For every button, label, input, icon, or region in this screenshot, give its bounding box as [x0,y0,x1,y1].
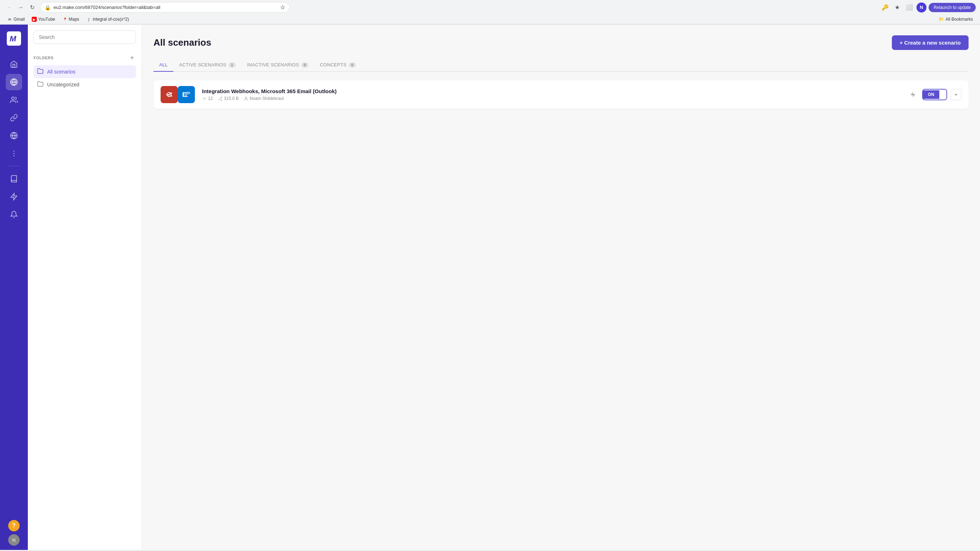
sidebar-item-more[interactable] [6,145,22,162]
maps-label: Maps [69,17,79,22]
sidebar-divider [9,166,19,166]
main-content: All scenarios + Create a new scenario AL… [142,25,980,550]
sidebar-item-notifications[interactable] [6,206,22,223]
folder-icon: 📁 [939,17,944,22]
sidebar-bottom: ? N [8,520,20,550]
webhook-icon [161,86,178,103]
bookmark-youtube[interactable]: ▶ YouTube [29,16,58,23]
sidebar-item-connections[interactable] [6,110,22,126]
reload-button[interactable]: ↻ [27,3,37,13]
folder-all-scenarios-label: All scenarios [47,69,75,75]
address-bar[interactable]: 🔒 ☆ [40,2,290,13]
search-input[interactable] [33,30,136,44]
youtube-favicon: ▶ [32,17,37,22]
back-button[interactable]: ← [4,3,14,13]
lock-icon: 🔒 [45,5,51,10]
bookmark-star-icon[interactable]: ☆ [280,4,285,11]
scenario-meta: 12 315.0 B Noam Shildekraut [202,96,900,101]
svg-point-12 [166,94,168,95]
tabs-bar: ALL ACTIVE SCENARIOS 1 INACTIVE SCENARIO… [153,59,969,72]
scenario-name: Integration Webhooks, Microsoft 365 Emai… [202,88,900,94]
help-button[interactable]: ? [8,520,20,531]
tab-search-button[interactable]: ⬜ [904,3,914,13]
folders-label: FOLDERS [33,56,54,60]
bookmarks-bar: ✉ Gmail ▶ YouTube 📍 Maps ∫ integral of-c… [0,14,980,24]
scenario-dropdown-button[interactable] [951,89,961,100]
profile-icon[interactable]: N [916,3,926,13]
svg-marker-30 [910,92,915,97]
relaunch-button[interactable]: Relaunch to update [929,3,976,12]
folder-uncategorized-label: Uncategorized [47,82,79,88]
toggle-thumb [939,89,947,100]
add-folder-button[interactable]: + [128,54,136,62]
sidebar-item-team[interactable] [6,92,22,108]
toggle-container[interactable]: ON [922,89,947,100]
tab-all[interactable]: ALL [153,59,173,72]
extensions-button[interactable]: 🔑 [880,3,890,13]
sidebar-item-home[interactable] [6,56,22,72]
folder-icon-uncategorized [37,81,43,89]
tab-inactive-scenarios[interactable]: INACTIVE SCENARIOS 0 [241,59,314,72]
svg-point-6 [14,151,14,152]
folder-all-scenarios[interactable]: All scenarios [33,65,136,78]
all-bookmarks[interactable]: 📁 All Bookmarks [936,16,976,23]
integral-label: integral of-cos(x^2) [93,17,129,22]
svg-point-26 [204,98,205,99]
meta-size: 315.0 B [218,96,239,101]
svg-point-13 [171,92,172,94]
create-scenario-button[interactable]: + Create a new scenario [892,35,969,50]
integral-favicon: ∫ [86,17,91,22]
bookmark-maps[interactable]: 📍 Maps [60,16,82,23]
svg-point-21 [185,94,187,95]
scenario-info: Integration Webhooks, Microsoft 365 Emai… [202,88,900,101]
tab-inactive-label: INACTIVE SCENARIOS [247,62,299,67]
browser-chrome: ← → ↻ 🔒 ☆ 🔑 ★ ⬜ N Relaunch to update ✉ G… [0,0,980,25]
table-row[interactable]: Integration Webhooks, Microsoft 365 Emai… [153,80,969,109]
run-once-button[interactable] [907,89,919,100]
gmail-favicon: ✉ [7,17,12,22]
forward-button[interactable]: → [16,3,26,13]
svg-point-7 [14,153,14,154]
sidebar-item-templates[interactable] [6,188,22,205]
folder-icon-all [37,68,43,76]
tab-active-badge: 1 [228,62,235,67]
svg-point-29 [245,97,247,98]
address-input[interactable] [54,5,277,10]
svg-text:M: M [10,34,16,43]
user-avatar[interactable]: N [8,534,20,546]
browser-toolbar: ← → ↻ 🔒 ☆ 🔑 ★ ⬜ N Relaunch to update [0,0,980,14]
sidebar-item-library[interactable] [6,170,22,187]
left-panel: FOLDERS + All scenarios Uncategorized [28,25,142,550]
tab-concepts-label: CONCEPTS [320,62,347,67]
tab-concepts[interactable]: CONCEPTS 0 [314,59,361,72]
maps-favicon: 📍 [62,17,67,22]
favorites-button[interactable]: ★ [892,3,902,13]
sidebar-item-scenarios[interactable] [6,74,22,90]
tab-active-scenarios[interactable]: ACTIVE SCENARIOS 1 [173,59,241,72]
search-input-wrap [33,30,136,44]
sidebar: M [0,25,28,550]
sidebar-item-globe[interactable] [6,127,22,144]
svg-point-8 [14,155,14,156]
svg-point-14 [171,95,172,97]
meta-size-value: 315.0 B [224,96,239,101]
page-title: All scenarios [153,37,211,48]
scenario-controls: ON [907,89,961,100]
sidebar-nav [0,53,28,520]
main-header: All scenarios + Create a new scenario [153,35,969,50]
youtube-label: YouTube [38,17,55,22]
sidebar-logo[interactable]: M [0,25,28,53]
folders-header: FOLDERS + [33,54,136,62]
logo-mark: M [7,32,21,46]
toggle-on-label[interactable]: ON [923,90,939,99]
folders-section: FOLDERS + All scenarios Uncategorized [28,49,142,91]
bookmark-integral[interactable]: ∫ integral of-cos(x^2) [84,16,132,23]
tab-inactive-badge: 0 [301,62,309,67]
scenario-list: Integration Webhooks, Microsoft 365 Emai… [153,80,969,109]
search-container [28,25,142,49]
bookmark-gmail[interactable]: ✉ Gmail [4,16,27,23]
folder-uncategorized[interactable]: Uncategorized [33,78,136,91]
tab-all-label: ALL [159,62,168,67]
tab-active-label: ACTIVE SCENARIOS [179,62,226,67]
svg-point-11 [169,94,170,95]
